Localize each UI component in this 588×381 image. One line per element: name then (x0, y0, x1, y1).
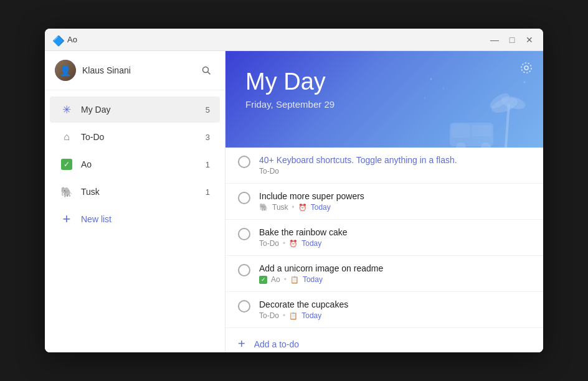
ao-count: 1 (206, 160, 210, 169)
hero-scene (412, 67, 537, 148)
search-button[interactable] (197, 62, 215, 79)
task-checkbox[interactable] (238, 192, 250, 204)
app-content: 👤 Klaus Sinani ✳ My Day 5 (45, 51, 543, 352)
svg-point-16 (521, 63, 531, 73)
check-box-icon: ✓ (60, 158, 74, 171)
titlebar: 🔷 Ao — □ ✕ (45, 29, 543, 51)
task-content: Add a unicorn image on readme ✓ Ao • 📋 T… (259, 263, 531, 284)
task-title: 40+ Keyboard shortcuts. Toggle anything … (259, 155, 531, 165)
clock-icon: ⏰ (289, 240, 298, 248)
svg-rect-7 (451, 124, 470, 138)
sidebar-item-tusk[interactable]: 🐘 Tusk 1 (50, 179, 220, 205)
close-button[interactable]: ✕ (523, 34, 536, 46)
app-icon: 🔷 (52, 35, 62, 45)
plus-icon: + (60, 212, 74, 226)
svg-line-1 (208, 72, 211, 75)
task-item[interactable]: Include more super powers 🐘 Tusk • ⏰ Tod… (225, 184, 543, 220)
new-list-label: New list (81, 214, 210, 224)
task-item[interactable]: Decorate the cupcakes To-Do • 📋 Today (225, 292, 543, 328)
new-list-button[interactable]: + New list (50, 206, 220, 232)
elephant-icon: 🐘 (259, 203, 268, 212)
check-icon: ✓ (259, 276, 267, 284)
window-title: Ao (67, 35, 488, 44)
task-list-name: Ao (271, 275, 280, 284)
task-title: Decorate the cupcakes (259, 299, 531, 309)
svg-rect-8 (472, 125, 492, 136)
task-list-name: Tusk (272, 203, 288, 212)
clock-icon: ⏰ (298, 204, 307, 212)
separator: • (283, 311, 285, 320)
svg-point-14 (424, 97, 425, 98)
tasks-list: 40+ Keyboard shortcuts. Toggle anything … (225, 148, 543, 352)
task-meta: 🐘 Tusk • ⏰ Today (259, 203, 531, 212)
home-icon: ⌂ (60, 130, 74, 144)
sun-icon: ✳ (60, 103, 74, 116)
add-todo-label: Add a to-do (254, 339, 299, 349)
plus-icon: + (238, 337, 245, 351)
task-content: Include more super powers 🐘 Tusk • ⏰ Tod… (259, 191, 531, 212)
task-title: Include more super powers (259, 191, 531, 201)
add-todo-button[interactable]: + Add a to-do (225, 328, 543, 352)
avatar: 👤 (55, 60, 76, 81)
sidebar: 👤 Klaus Sinani ✳ My Day 5 (45, 51, 225, 352)
tusk-label: Tusk (81, 187, 206, 197)
task-item[interactable]: 40+ Keyboard shortcuts. Toggle anything … (225, 148, 543, 184)
avatar-image: 👤 (55, 60, 76, 81)
settings-icon[interactable] (519, 61, 533, 78)
search-icon (201, 65, 211, 75)
task-today: Today (311, 203, 331, 212)
window-controls: — □ ✕ (488, 34, 536, 46)
user-name: Klaus Sinani (82, 65, 197, 75)
task-checkbox[interactable] (238, 228, 250, 240)
sidebar-item-to-do[interactable]: ⌂ To-Do 3 (50, 124, 220, 150)
task-today: Today (303, 275, 323, 284)
my-day-count: 5 (206, 105, 210, 115)
to-do-label: To-Do (81, 132, 206, 142)
svg-point-13 (524, 82, 526, 83)
app-window: 🔷 Ao — □ ✕ 👤 Klaus Sinani (45, 29, 543, 352)
task-checkbox[interactable] (238, 264, 250, 276)
task-checkbox[interactable] (238, 300, 250, 313)
task-meta: ✓ Ao • 📋 Today (259, 275, 531, 284)
task-today: Today (301, 311, 321, 320)
separator: • (284, 275, 287, 284)
svg-point-12 (443, 88, 444, 89)
sidebar-header: 👤 Klaus Sinani (45, 51, 225, 90)
nav-items: ✳ My Day 5 ⌂ To-Do 3 ✓ Ao 1 (45, 90, 225, 352)
task-item[interactable]: Add a unicorn image on readme ✓ Ao • 📋 T… (225, 256, 543, 292)
minimize-button[interactable]: — (488, 34, 501, 46)
task-content: 40+ Keyboard shortcuts. Toggle anything … (259, 155, 531, 176)
task-meta: To-Do • 📋 Today (259, 311, 531, 320)
task-checkbox[interactable] (238, 156, 250, 168)
sidebar-item-ao[interactable]: ✓ Ao 1 (50, 151, 220, 177)
maximize-button[interactable]: □ (506, 34, 518, 46)
to-do-count: 3 (206, 133, 210, 142)
elephant-icon: 🐘 (60, 185, 74, 199)
task-content: Decorate the cupcakes To-Do • 📋 Today (259, 299, 531, 320)
ao-label: Ao (81, 159, 206, 169)
calendar-icon: 📋 (289, 312, 298, 320)
task-today: Today (301, 239, 321, 248)
my-day-label: My Day (81, 105, 206, 115)
separator: • (283, 239, 285, 248)
hero-banner: My Day Friday, September 29 (225, 51, 543, 148)
task-title: Add a unicorn image on readme (259, 263, 531, 273)
task-list-name: To-Do (259, 311, 279, 320)
svg-point-11 (430, 78, 432, 80)
sidebar-item-my-day[interactable]: ✳ My Day 5 (50, 96, 220, 123)
svg-point-15 (524, 66, 528, 70)
task-list-name: To-Do (259, 239, 279, 248)
task-list-name: To-Do (259, 167, 279, 176)
task-meta: To-Do (259, 167, 531, 176)
task-content: Bake the rainbow cake To-Do • ⏰ Today (259, 227, 531, 248)
main-panel: My Day Friday, September 29 40+ Keyboard… (225, 51, 543, 352)
task-item[interactable]: Bake the rainbow cake To-Do • ⏰ Today (225, 220, 543, 256)
task-title: Bake the rainbow cake (259, 227, 531, 237)
task-meta: To-Do • ⏰ Today (259, 239, 531, 248)
tusk-count: 1 (206, 187, 210, 197)
separator: • (292, 203, 295, 212)
calendar-icon: 📋 (290, 276, 299, 284)
